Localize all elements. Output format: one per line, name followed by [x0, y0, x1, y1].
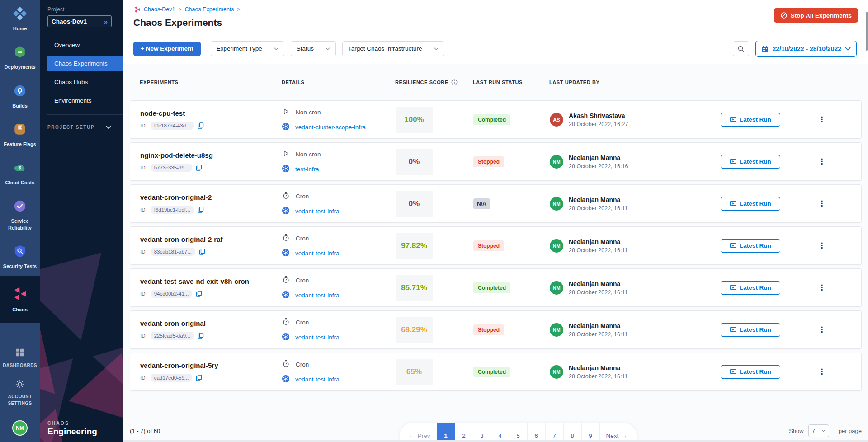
copy-icon[interactable] [199, 249, 205, 255]
breadcrumb-link-project[interactable]: Chaos-Dev1 [144, 6, 175, 13]
latest-run-button[interactable]: Latest Run [721, 113, 780, 127]
info-icon[interactable] [451, 79, 458, 85]
project-setup-section[interactable]: PROJECT SETUP [40, 125, 123, 130]
latest-run-button[interactable]: Latest Run [721, 323, 780, 337]
experiment-row: vedant-cron-original-2-raf ID:83cab181-a… [130, 226, 862, 265]
resilience-score: 0% [409, 199, 420, 208]
experiment-id: b773c335-99... [151, 164, 193, 172]
date-range-picker[interactable]: 22/10/2022 - 28/10/2022 [755, 41, 857, 57]
scrollbar-track[interactable] [866, 0, 866, 442]
rail-label-deployments: Deployments [4, 64, 35, 70]
copy-icon[interactable] [198, 207, 204, 213]
scrollbar-thumb[interactable] [866, 12, 868, 51]
page-button-4[interactable]: 4 [491, 423, 509, 442]
kebab-menu-icon[interactable]: ⋮ [815, 156, 830, 167]
stop-all-experiments-button[interactable]: Stop All Experiments [774, 8, 858, 23]
copy-icon[interactable] [196, 375, 202, 381]
kebab-menu-icon[interactable]: ⋮ [815, 366, 830, 377]
page-button-8[interactable]: 8 [563, 423, 581, 442]
filter-status[interactable]: Status [291, 41, 336, 56]
details-cell: Cron vedant-test-infra [282, 360, 396, 384]
search-button[interactable] [733, 41, 749, 56]
kebab-menu-icon[interactable]: ⋮ [815, 240, 830, 251]
per-page-select[interactable]: 7 [808, 424, 829, 437]
latest-run-button[interactable]: Latest Run [721, 155, 780, 169]
rail-item-feature-flags[interactable]: Feature Flags [0, 116, 40, 154]
resilience-score-box: 85.71% [396, 275, 433, 301]
resilience-score: 65% [406, 367, 422, 376]
copy-icon[interactable] [198, 122, 204, 129]
expand-icon[interactable]: » [104, 18, 108, 25]
rail-label-home: Home [13, 25, 27, 32]
experiment-name[interactable]: nginx-pod-delete-u8sg [140, 151, 282, 159]
column-header-last-run-status: LAST RUN STATUS [473, 80, 549, 85]
filter-experiment-type[interactable]: Experiment Type [211, 41, 284, 56]
column-header-resilience-score: RESILIENCE SCORE [395, 79, 473, 85]
breadcrumb: Chaos-Dev1 > Chaos Experiments > [133, 6, 774, 13]
new-experiment-button[interactable]: + New Experiment [133, 42, 201, 56]
rail-item-cloud-costs[interactable]: $ Cloud Costs [0, 154, 40, 193]
stopwatch-icon [282, 318, 290, 327]
rail-item-home[interactable]: Home [0, 0, 40, 38]
experiment-name[interactable]: vedant-cron-original [140, 320, 282, 327]
latest-run-button[interactable]: Latest Run [721, 239, 780, 253]
experiment-name[interactable]: vedant-cron-original-2-raf [140, 235, 282, 243]
stop-icon [780, 12, 788, 19]
copy-icon[interactable] [196, 165, 202, 171]
project-selector[interactable]: Chaos-Dev1 » [47, 15, 112, 27]
rail-item-dashboards[interactable]: DASHBOARDS [1, 342, 39, 374]
infrastructure-link[interactable]: test-infra [295, 166, 319, 173]
run-icon [730, 242, 736, 249]
kebab-menu-icon[interactable]: ⋮ [815, 114, 830, 125]
sidebar-item-chaos-hubs[interactable]: Chaos Hubs [40, 74, 123, 89]
experiment-name[interactable]: vedant-cron-original-2 [140, 193, 282, 201]
copy-icon[interactable] [198, 333, 204, 339]
latest-run-button[interactable]: Latest Run [721, 197, 780, 211]
experiment-name[interactable]: node-cpu-test [140, 109, 282, 117]
svg-text:∞: ∞ [18, 49, 22, 56]
avatar: NM [550, 197, 563, 211]
infrastructure-link[interactable]: vedant-cluster-scope-infra [295, 124, 366, 131]
page-button-6[interactable]: 6 [527, 423, 545, 442]
rail-item-deployments[interactable]: ∞ Deployments [0, 38, 40, 77]
page-button-5[interactable]: 5 [509, 423, 527, 442]
rail-item-chaos[interactable]: Chaos [0, 276, 40, 323]
copy-icon[interactable] [196, 291, 202, 297]
infrastructure-link[interactable]: vedant-test-infra [295, 376, 340, 383]
page-button-1[interactable]: 1 [437, 423, 455, 442]
infrastructure-link[interactable]: vedant-test-infra [295, 334, 340, 341]
page-button-9[interactable]: 9 [581, 423, 599, 442]
resilience-score-box: 0% [396, 191, 433, 217]
rail-label-feature-flags: Feature Flags [4, 141, 36, 147]
sidebar-item-overview[interactable]: Overview [40, 37, 123, 52]
infrastructure-link[interactable]: vedant-test-infra [295, 208, 340, 215]
latest-run-button[interactable]: Latest Run [721, 365, 780, 379]
chevron-down-icon [274, 47, 278, 50]
next-page-button[interactable]: Next→ [599, 423, 634, 442]
rail-item-builds[interactable]: Builds [0, 77, 40, 116]
page-button-2[interactable]: 2 [455, 423, 473, 442]
kebab-menu-icon[interactable]: ⋮ [815, 282, 830, 293]
infrastructure-link[interactable]: vedant-test-infra [295, 250, 340, 257]
latest-run-button[interactable]: Latest Run [721, 281, 780, 295]
experiment-name-cell: vedant-test-save-nd-exit-v8h-cron ID:94c… [140, 277, 282, 298]
kebab-menu-icon[interactable]: ⋮ [815, 198, 830, 209]
sidebar-item-chaos-experiments[interactable]: Chaos Experiments [47, 56, 123, 71]
sidebar-item-environments[interactable]: Environments [40, 93, 123, 108]
filter-target-infrastructure[interactable]: Target Chaos Infrastructure [342, 41, 444, 56]
breadcrumb-link-experiments[interactable]: Chaos Experiments [185, 6, 234, 13]
kebab-menu-icon[interactable]: ⋮ [815, 324, 830, 335]
run-icon [730, 368, 736, 375]
page-button-3[interactable]: 3 [473, 423, 491, 442]
rail-item-account-settings[interactable]: ACCOUNT SETTINGS [0, 374, 40, 412]
schedule-type: Non-cron [296, 151, 321, 158]
experiment-name[interactable]: vedant-test-save-nd-exit-v8h-cron [140, 277, 282, 285]
page-button-7[interactable]: 7 [545, 423, 563, 442]
rail-item-service-reliability[interactable]: Service Reliability [0, 193, 40, 238]
experiment-name[interactable]: vedant-cron-original-5ry [140, 362, 282, 369]
infrastructure-link[interactable]: vedant-test-infra [295, 292, 340, 299]
rail-item-security-tests[interactable]: Security Tests [0, 238, 40, 276]
gear-icon [15, 380, 24, 390]
prev-page-button[interactable]: ←Prev [402, 423, 436, 442]
user-avatar[interactable]: NM [12, 420, 28, 436]
